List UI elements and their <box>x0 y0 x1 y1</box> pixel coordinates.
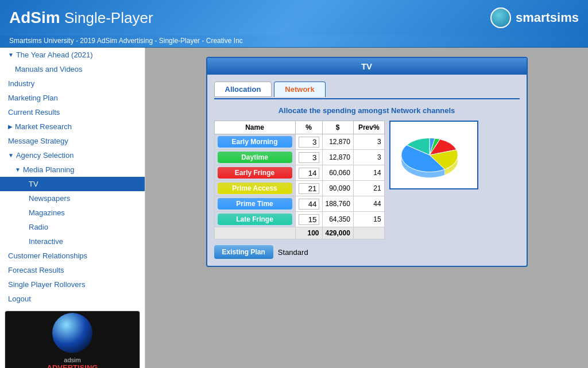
pct-cell[interactable] <box>295 150 322 165</box>
channel-name-cell: Early Morning <box>214 134 295 150</box>
channel-btn-5[interactable]: Late Fringe <box>218 214 292 225</box>
sidebar-item-interactive[interactable]: Interactive <box>0 234 145 249</box>
pct-cell[interactable] <box>295 196 322 212</box>
sidebar-item-media-planning[interactable]: ▼Media Planning <box>0 162 145 177</box>
pct-input-2[interactable] <box>299 168 319 179</box>
channel-btn-3[interactable]: Prime Access <box>218 183 292 194</box>
tab-bar: Allocation Network <box>214 82 520 99</box>
app-title: AdSim Single-Player <box>9 9 153 27</box>
sidebar-item-message-strategy[interactable]: Message Strategy <box>0 134 145 148</box>
tab-network[interactable]: Network <box>274 82 325 97</box>
sidebar-item-year-ahead[interactable]: ▼The Year Ahead (2021) <box>0 48 145 62</box>
channel-btn-0[interactable]: Early Morning <box>218 136 292 148</box>
sidebar-item-marketing-plan[interactable]: Marketing Plan <box>0 91 145 105</box>
ad-label: adsim <box>64 357 80 363</box>
pct-cell[interactable] <box>295 212 322 227</box>
channel-btn-4[interactable]: Prime Time <box>218 198 292 210</box>
sidebar-item-current-results[interactable]: Current Results <box>0 105 145 119</box>
pct-input-4[interactable] <box>299 199 319 210</box>
table-row: Daytime12,8703 <box>214 150 384 165</box>
sidebar-item-newspapers[interactable]: Newspapers <box>0 191 145 206</box>
channel-btn-2[interactable]: Early Fringe <box>218 167 292 179</box>
market-research-arrow-icon: ▶ <box>8 123 13 130</box>
marketing-plan-label: Marketing Plan <box>8 94 58 102</box>
prev-cell: 3 <box>353 150 384 165</box>
year-ahead-label: The Year Ahead (2021) <box>16 51 93 59</box>
channel-name-cell: Prime Time <box>214 196 295 212</box>
prev-cell: 44 <box>353 196 384 212</box>
table-row: Late Fringe64,35015 <box>214 212 384 227</box>
forecast-results-label: Forecast Results <box>8 266 64 274</box>
logo-area: smartsims <box>490 7 579 28</box>
table-row: Early Fringe60,06014 <box>214 165 384 181</box>
sidebar-item-market-research[interactable]: ▶Market Research <box>0 119 145 134</box>
sidebar-item-radio[interactable]: Radio <box>0 220 145 234</box>
sidebar-item-logout[interactable]: Logout <box>0 292 145 306</box>
dollar-cell: 12,870 <box>322 150 353 165</box>
sidebar-item-magazines[interactable]: Magazines <box>0 206 145 220</box>
col-pct: % <box>295 121 322 134</box>
prev-cell: 21 <box>353 181 384 196</box>
single-player-rollovers-label: Single Player Rollovers <box>8 280 85 289</box>
magazines-label: Magazines <box>29 208 65 217</box>
year-ahead-arrow-icon: ▼ <box>8 52 14 58</box>
pct-cell[interactable] <box>295 181 322 196</box>
channel-name-cell: Prime Access <box>214 181 295 196</box>
media-planning-label: Media Planning <box>23 165 75 174</box>
pct-input-5[interactable] <box>299 214 319 225</box>
sidebar-item-manuals-videos[interactable]: Manuals and Videos <box>0 62 145 76</box>
total-label <box>214 227 295 239</box>
dollar-cell: 90,090 <box>322 181 353 196</box>
tv-dialog: TV Allocation Network Allocate the spend… <box>206 57 528 267</box>
dialog-subtitle: Allocate the spending amongst Network ch… <box>214 106 520 115</box>
current-results-label: Current Results <box>8 108 60 117</box>
existing-plan-row: Existing Plan Standard <box>214 245 520 259</box>
total-prev-placeholder <box>353 227 384 239</box>
col-prev: Prev% <box>353 121 384 134</box>
tab-allocation[interactable]: Allocation <box>214 82 272 97</box>
sidebar-item-agency-selection[interactable]: ▼Agency Selection <box>0 148 145 162</box>
sidebar-item-industry[interactable]: Industry <box>0 76 145 91</box>
sidebar-item-forecast-results[interactable]: Forecast Results <box>0 263 145 277</box>
media-planning-arrow-icon: ▼ <box>15 166 21 173</box>
pct-input-3[interactable] <box>299 183 319 194</box>
prev-cell: 3 <box>353 134 384 150</box>
ad-label-red: ADVERTISING <box>47 363 98 369</box>
market-research-label: Market Research <box>15 122 72 131</box>
table-row: Prime Time188,76044 <box>214 196 384 212</box>
dialog-body: Allocation Network Allocate the spending… <box>207 75 527 266</box>
title-bold: AdSim <box>9 9 60 26</box>
pct-input-1[interactable] <box>299 152 319 163</box>
industry-label: Industry <box>8 79 34 88</box>
sidebar: ▼The Year Ahead (2021)Manuals and Videos… <box>0 48 145 368</box>
dollar-cell: 12,870 <box>322 134 353 150</box>
sidebar-ad: adsim ADVERTISING <box>5 311 140 368</box>
pct-cell[interactable] <box>295 134 322 150</box>
logo-icon <box>490 7 511 28</box>
interactive-label: Interactive <box>29 237 63 246</box>
sidebar-item-tv[interactable]: TV <box>0 177 145 191</box>
allocation-table: Name % $ Prev% Early Morning12,8703Dayti… <box>214 121 385 239</box>
app-subtitle: Smartsims University - 2019 AdSim Advert… <box>0 36 588 48</box>
existing-plan-button[interactable]: Existing Plan <box>214 245 273 259</box>
col-dollar: $ <box>322 121 353 134</box>
sidebar-item-customer-relationships[interactable]: Customer Relationships <box>0 249 145 263</box>
channel-name-cell: Early Fringe <box>214 165 295 181</box>
header: AdSim Single-Player smartsims <box>0 0 588 36</box>
total-dollar: 429,000 <box>322 227 353 239</box>
pie-chart <box>393 123 475 187</box>
pct-input-0[interactable] <box>299 137 319 148</box>
dialog-title: TV <box>207 58 527 75</box>
existing-plan-value: Standard <box>278 248 308 257</box>
pct-cell[interactable] <box>295 165 322 181</box>
prev-cell: 14 <box>353 165 384 181</box>
agency-selection-label: Agency Selection <box>16 151 74 160</box>
table-row: Prime Access90,09021 <box>214 181 384 196</box>
table-row: Early Morning12,8703 <box>214 134 384 150</box>
dollar-cell: 188,760 <box>322 196 353 212</box>
sidebar-item-single-player-rollovers[interactable]: Single Player Rollovers <box>0 277 145 292</box>
total-pct: 100 <box>295 227 322 239</box>
prev-cell: 15 <box>353 212 384 227</box>
channel-btn-1[interactable]: Daytime <box>218 152 292 163</box>
ad-camera-icon <box>52 313 92 353</box>
